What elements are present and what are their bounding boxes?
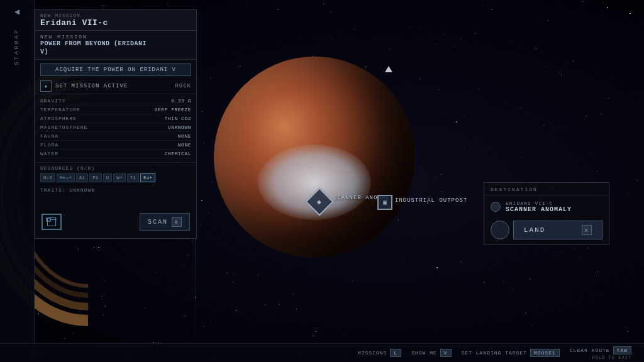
hold-to-exit-label: HOLD TO EXIT <box>592 355 631 360</box>
land-planet-thumbnail <box>491 221 509 239</box>
panel-header: NEW MISSION Eridani VII-c <box>35 10 196 31</box>
planet-view <box>214 57 415 258</box>
bottom-show-me[interactable]: SHOW ME V <box>411 349 451 357</box>
sidebar-panel: ◀ STARMAP <box>0 0 35 362</box>
scan-key-badge: R <box>172 217 182 227</box>
scan-button[interactable]: SCAN R <box>140 213 190 231</box>
stat-fauna-label: FAUNA <box>40 133 58 139</box>
stat-water-label: WATER <box>40 151 58 156</box>
bottom-missions-label: MISSIONS <box>358 350 387 356</box>
bottom-clear-route-label: CLEAR ROUTE <box>570 348 610 353</box>
land-key-badge: X <box>582 225 592 235</box>
stat-gravity-label: GRAVITY <box>40 98 66 104</box>
mission-name: POWER FROM BEYOND (ERIDANI V) <box>40 40 191 56</box>
resource-eu: Eu+ <box>140 173 155 182</box>
rock-type-badge: ROCK <box>175 83 191 89</box>
planet-stats-table: GRAVITY 0.33 G TEMPERATURE DEEP FREEZE A… <box>35 94 196 161</box>
bottom-show-me-label: SHOW ME <box>411 350 437 356</box>
sidebar-collapse-arrow[interactable]: ◀ <box>14 6 19 17</box>
stat-fauna: FAUNA NONE <box>40 132 191 141</box>
stat-temperature: TEMPERATURE DEEP FREEZE <box>40 106 191 114</box>
stat-water: WATER CHEMICAL <box>40 150 191 158</box>
stat-gravity-value: 0.33 G <box>171 98 191 104</box>
destination-header: DESTINATION <box>484 183 609 195</box>
bottom-missions[interactable]: MISSIONS L <box>358 349 401 357</box>
destination-planet-name: ERIDANI VII-C <box>506 200 572 206</box>
bottom-set-landing[interactable]: SET LANDING TARGET MOUSE1 <box>462 349 560 357</box>
set-mission-row: ⬧ SET MISSION ACTIVE ROCK <box>35 79 196 94</box>
bottom-clear-route[interactable]: CLEAR ROUTE TAB HOLD TO EXIT <box>570 346 631 360</box>
stat-gravity: GRAVITY 0.33 G <box>40 97 191 106</box>
resource-al: Al <box>76 173 88 182</box>
panel-title-small: NEW MISSION <box>40 13 191 18</box>
acquire-mission-button[interactable]: ACQUIRE THE POWER ON ERIDANI V <box>40 63 191 76</box>
stat-fauna-value: NONE <box>178 133 191 139</box>
resource-icons-list: H₂O He₃+ Al Pb U W+ Ti Eu+ <box>40 173 191 182</box>
stat-magnetosphere-label: MAGNETOSPHERE <box>40 124 87 130</box>
industrial-outpost-icon: ▣ <box>377 195 392 210</box>
set-mission-text: SET MISSION ACTIVE <box>55 83 171 89</box>
destination-panel: DESTINATION ERIDANI VII-C SCANNER ANOMAL… <box>484 182 609 245</box>
missions-key-badge: L <box>390 349 401 357</box>
industrial-outpost-label: INDUSTRIAL OUTPOST <box>395 197 467 204</box>
stat-temperature-value: DEEP FREEZE <box>155 107 191 112</box>
land-button-label: LAND <box>524 226 545 234</box>
sidebar-label: STARMAP <box>14 28 20 65</box>
traits-section: TRAITS: UNKNOWN <box>35 185 196 195</box>
stat-magnetosphere: MAGNETOSPHERE UNKNOWN <box>40 123 191 132</box>
clear-route-key-badge: TAB <box>613 346 631 354</box>
scanner-anomaly-marker[interactable]: ◈ SCANNER ANOMALY <box>309 192 330 212</box>
mission-banner: NEW MISSION POWER FROM BEYOND (ERIDANI V… <box>35 31 196 60</box>
stat-atmosphere-label: ATMOSPHERE <box>40 116 77 121</box>
bottom-toolbar: MISSIONS L SHOW ME V SET LANDING TARGET … <box>0 343 644 362</box>
scan-section: SCAN R <box>35 208 196 233</box>
resource-pb: Pb <box>89 173 101 182</box>
resource-w: W+ <box>113 173 125 182</box>
stat-atmosphere: ATMOSPHERE THIN CO2 <box>40 114 191 123</box>
resources-header: RESOURCES (0/8) <box>40 165 191 171</box>
destination-info: ERIDANI VII-C SCANNER ANOMALY <box>506 200 572 213</box>
land-button-row: LAND X <box>484 218 609 239</box>
stat-temperature-label: TEMPERATURE <box>40 107 80 112</box>
location-triangle-marker <box>385 66 392 72</box>
resource-h2o: H₂O <box>40 173 55 182</box>
stat-flora: FLORA NONE <box>40 141 191 150</box>
stat-water-value: CHEMICAL <box>165 151 191 156</box>
scanner-anomaly-icon: ◈ <box>305 187 333 216</box>
panel-title-main: Eridani VII-c <box>40 18 191 28</box>
resource-u: U <box>103 173 113 182</box>
destination-item: ERIDANI VII-C SCANNER ANOMALY <box>484 195 609 218</box>
resource-he3: He₃+ <box>57 173 75 182</box>
stat-flora-value: NONE <box>178 142 191 148</box>
bottom-set-landing-label: SET LANDING TARGET <box>462 350 527 356</box>
show-me-key-badge: V <box>440 349 452 357</box>
svg-rect-4 <box>47 218 50 221</box>
mission-waypoint-icon: ⬧ <box>40 80 52 92</box>
resources-section: RESOURCES (0/8) H₂O He₃+ Al Pb U W+ Ti E… <box>35 162 196 185</box>
destination-location-name: SCANNER ANOMALY <box>506 206 572 213</box>
scan-reticle-icon <box>42 214 62 230</box>
industrial-outpost-marker[interactable]: ▣ INDUSTRIAL OUTPOST <box>377 195 392 210</box>
stat-atmosphere-value: THIN CO2 <box>165 116 191 121</box>
stat-flora-label: FLORA <box>40 142 58 148</box>
mission-label: NEW MISSION <box>40 34 191 40</box>
destination-planet-icon <box>491 202 501 212</box>
planet-info-panel: NEW MISSION Eridani VII-c NEW MISSION PO… <box>35 9 197 239</box>
resource-ti: Ti <box>127 173 139 182</box>
stat-magnetosphere-value: UNKNOWN <box>168 124 191 130</box>
land-button[interactable]: LAND X <box>513 221 602 239</box>
set-landing-key-badge: MOUSE1 <box>530 349 560 357</box>
